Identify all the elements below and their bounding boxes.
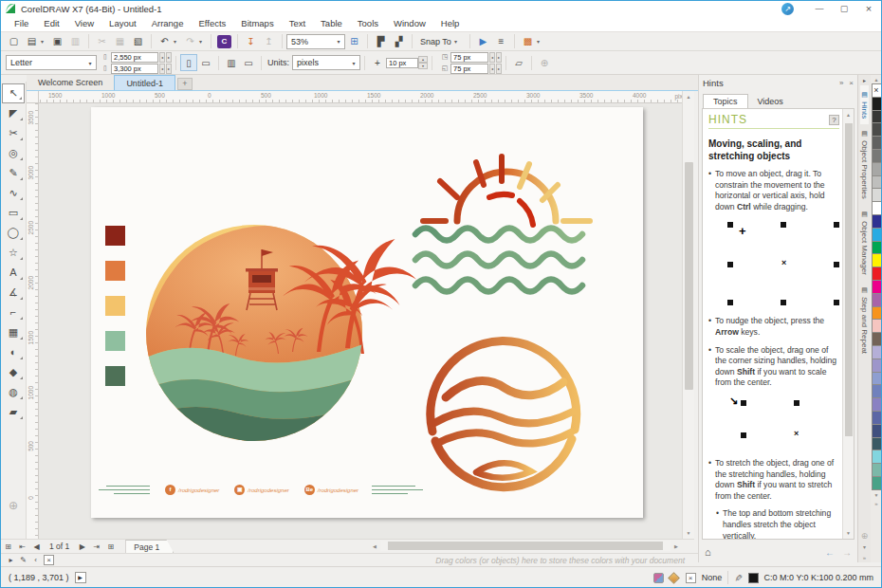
tab-welcome-screen[interactable]: Welcome Screen — [27, 75, 114, 90]
maximize-button[interactable]: ▢ — [832, 1, 856, 16]
chevron-down-icon[interactable]: ▾ — [333, 38, 344, 45]
palette-color-swatch[interactable] — [872, 175, 882, 190]
current-page-button[interactable]: ▭ — [240, 54, 257, 71]
toolbox-tool[interactable]: ◍ — [2, 382, 25, 402]
palette-color-swatch[interactable] — [872, 136, 882, 150]
hints-scrollbar[interactable]: ▲ ▼ — [842, 109, 854, 539]
vertical-scroll-thumb[interactable] — [685, 162, 693, 390]
tab-topics[interactable]: Topics — [703, 94, 748, 108]
page-height-field[interactable]: 3,300 px — [111, 64, 158, 74]
duplicate-x-spinner[interactable]: ◂▸ — [489, 52, 502, 63]
docker-down-icon[interactable]: ▾ — [863, 543, 866, 550]
page-size-combobox[interactable]: Letter ▾ — [6, 55, 97, 70]
palette-color-swatch[interactable] — [872, 372, 882, 386]
palette-no-color-swatch[interactable]: × — [872, 83, 882, 98]
previous-page-icon[interactable]: ◀ — [29, 542, 44, 551]
palette-color-swatch[interactable] — [872, 358, 882, 373]
palette-color-swatch[interactable] — [872, 450, 882, 464]
palette-color-swatch[interactable] — [872, 411, 882, 425]
share-icon[interactable]: ↗ — [781, 3, 794, 15]
snap-to-button[interactable]: Snap To ▾ — [416, 37, 466, 46]
palette-color-swatch[interactable] — [872, 424, 882, 438]
artwork-swatch[interactable] — [105, 331, 125, 351]
save-button[interactable]: ▣ — [48, 33, 66, 49]
toolbox-tool[interactable]: ◐ — [2, 342, 25, 362]
duplicate-y-spinner[interactable]: ◂▸ — [489, 64, 502, 74]
drawing-canvas[interactable]: f /rodrigodesigner ▣ /rodrigodesigner Be… — [39, 103, 682, 539]
fill-icon[interactable] — [668, 572, 680, 584]
sun-waves-logo[interactable] — [415, 156, 590, 292]
no-color-swatch[interactable]: × — [44, 555, 54, 565]
menu-item[interactable]: Bitmaps — [233, 16, 281, 31]
menu-item[interactable]: Text — [282, 16, 313, 31]
menu-item[interactable]: Edit — [36, 16, 66, 31]
palette-color-swatch[interactable] — [872, 97, 882, 111]
toolbox-tool[interactable]: ∿ — [2, 183, 25, 203]
add-tool-button[interactable]: ⊕ — [2, 496, 25, 515]
chevron-down-icon[interactable]: ▾ — [84, 60, 96, 66]
copy-button[interactable]: ▦ — [111, 33, 129, 49]
landscape-button[interactable]: ▭ — [197, 54, 214, 71]
page-width-spinner[interactable]: ◂▸ — [159, 52, 172, 63]
palette-color-swatch[interactable] — [872, 332, 882, 346]
eyedropper-icon[interactable]: ✎ — [17, 556, 29, 564]
toolbox-tool[interactable]: A — [2, 263, 25, 283]
hints-scroll-thumb[interactable] — [845, 123, 853, 436]
docker-collapse-icon[interactable]: ▸ — [863, 77, 866, 83]
cut-button[interactable]: ✂ — [93, 33, 111, 49]
color-proof-icon[interactable] — [653, 573, 664, 583]
print-button[interactable]: ▥ — [66, 33, 84, 49]
tab-untitled-1[interactable]: Untitled-1 — [114, 75, 175, 90]
add-page-icon[interactable]: ⊞ — [103, 542, 118, 551]
beach-circle-logo[interactable] — [138, 225, 416, 447]
palette-color-swatch[interactable] — [872, 201, 882, 215]
forward-icon[interactable]: → — [842, 547, 852, 558]
docker-tab[interactable]: ▤ Object Manager — [860, 205, 869, 281]
palette-color-swatch[interactable] — [872, 345, 882, 359]
back-icon[interactable]: ← — [825, 547, 835, 558]
close-button[interactable]: × — [856, 1, 881, 16]
first-page-icon[interactable]: ⇤ — [15, 542, 29, 551]
page-tab[interactable]: Page 1 — [125, 540, 174, 553]
redo-caret-icon[interactable]: ▾ — [199, 38, 207, 45]
palette-more-icon[interactable]: » — [874, 501, 877, 506]
palette-color-swatch[interactable] — [872, 384, 882, 398]
paste-button[interactable]: ▧ — [129, 33, 147, 49]
palette-color-swatch[interactable] — [872, 253, 882, 267]
export-button[interactable]: ↥ — [260, 33, 278, 49]
docker-tab[interactable]: ▤ Object Properties — [860, 124, 869, 205]
search-content-button[interactable]: C — [217, 35, 231, 48]
nudge-spinner[interactable]: ▴▾ — [418, 56, 428, 70]
palette-color-swatch[interactable] — [872, 241, 882, 255]
menu-item[interactable]: Window — [386, 16, 433, 31]
palette-scroll-up-icon[interactable]: ▲ — [874, 77, 879, 83]
palette-color-swatch[interactable] — [872, 162, 882, 176]
toolbox-tool[interactable]: ✂ — [2, 123, 25, 143]
artwork-swatch[interactable] — [105, 366, 125, 386]
units-combobox[interactable]: pixels ▾ — [292, 55, 360, 70]
scroll-up-icon[interactable]: ▲ — [843, 112, 854, 118]
add-control-button[interactable]: ⊕ — [536, 54, 553, 71]
options-button[interactable]: ≡ — [492, 33, 510, 49]
treat-as-filled-button[interactable]: ▱ — [510, 54, 527, 71]
open-button[interactable]: ▤ — [23, 33, 41, 49]
toolbox-tool[interactable]: ⌐ — [2, 303, 25, 322]
scroll-up-icon[interactable]: ▲ — [683, 94, 694, 100]
collapse-left-icon[interactable]: ‹ — [29, 556, 42, 564]
palette-scroll-down-icon[interactable]: ▼ — [874, 492, 879, 498]
palette-color-swatch[interactable] — [872, 397, 882, 412]
toolbox-tool[interactable]: ▰ — [2, 402, 25, 422]
menu-item[interactable]: File — [7, 16, 36, 31]
welcome-caret-icon[interactable]: ▾ — [537, 38, 544, 45]
portrait-button[interactable]: ▯ — [180, 54, 197, 71]
toolbox-tool[interactable]: ☆ — [2, 243, 25, 263]
play-icon[interactable]: ▶ — [75, 572, 86, 583]
horizontal-ruler[interactable]: pixels 150010005000500100015002000250030… — [27, 91, 694, 103]
undo-caret-icon[interactable]: ▾ — [174, 38, 181, 45]
close-icon[interactable]: × — [849, 79, 854, 87]
palette-color-swatch[interactable] — [872, 293, 882, 307]
view-extras-button[interactable]: ▞ — [390, 33, 408, 49]
duplicate-y-field[interactable]: 75 px — [450, 64, 488, 74]
docker-tab[interactable]: ▤ Step and Repeat — [860, 281, 869, 359]
palette-color-swatch[interactable] — [872, 280, 882, 294]
